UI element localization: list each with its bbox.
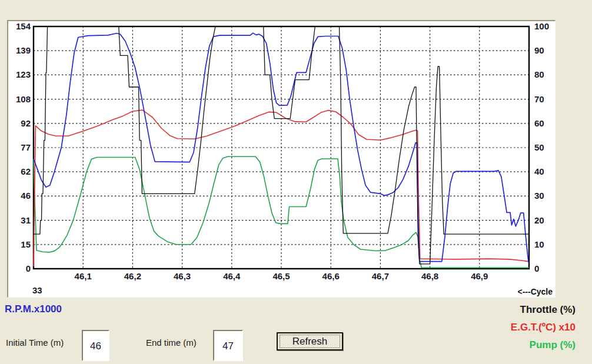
axis-tick-label: 46,7 bbox=[362, 271, 398, 282]
axis-tick-label: 46,1 bbox=[65, 271, 101, 282]
axis-tick-label: 154 bbox=[0, 21, 31, 32]
axis-tick-label: 46,8 bbox=[413, 271, 448, 282]
axis-tick-label: 90 bbox=[534, 45, 559, 56]
axis-tick-label: 31 bbox=[0, 215, 31, 226]
end-time-input[interactable] bbox=[213, 330, 243, 361]
axis-tick-label: 50 bbox=[534, 142, 559, 153]
axis-tick-label: 20 bbox=[534, 215, 559, 226]
axis-tick-label: 10 bbox=[534, 239, 559, 250]
axis-tick-label: 77 bbox=[0, 142, 31, 153]
axis-tick-label: 46,4 bbox=[214, 271, 250, 282]
start-cycle-label: 33 bbox=[32, 285, 42, 295]
axis-tick-label: 46,9 bbox=[462, 271, 497, 282]
axis-tick-label: 100 bbox=[534, 21, 559, 32]
axis-tick-label: 0 bbox=[0, 263, 31, 274]
axis-tick-label: 80 bbox=[534, 69, 559, 80]
axis-tick-label: 70 bbox=[534, 94, 559, 105]
initial-time-label: Initial Time (m) bbox=[6, 338, 64, 348]
axis-tick-label: 15 bbox=[0, 239, 31, 250]
axis-tick-label: 108 bbox=[0, 94, 31, 105]
axis-tick-label: 46,6 bbox=[313, 271, 348, 282]
initial-time-input[interactable] bbox=[82, 330, 109, 361]
axis-tick-label: 123 bbox=[0, 69, 31, 80]
axis-tick-label: 40 bbox=[534, 166, 559, 177]
axis-tick-label: 30 bbox=[534, 191, 559, 201]
axis-tick-label: 46,2 bbox=[115, 271, 150, 282]
legend-rpm: R.P.M.x1000 bbox=[5, 303, 62, 315]
axis-tick-label: 0 bbox=[534, 263, 559, 274]
legend-pump: Pump (%) bbox=[530, 339, 576, 351]
axis-tick-label: 46 bbox=[0, 191, 31, 201]
cycle-axis-label: <---Cycle bbox=[517, 287, 553, 296]
chart-panel bbox=[7, 20, 556, 298]
app-window: 0153146627792108123139154010203040506070… bbox=[0, 0, 592, 364]
refresh-button-label: Refresh bbox=[292, 336, 328, 348]
axis-tick-label: 46,5 bbox=[264, 271, 299, 282]
axis-tick-label: 92 bbox=[0, 118, 31, 129]
axis-tick-label: 46,3 bbox=[165, 271, 200, 282]
legend-egt: E.G.T.(ºC) x10 bbox=[511, 322, 576, 333]
axis-tick-label: 62 bbox=[0, 166, 31, 177]
legend-throttle: Throttle (%) bbox=[520, 304, 576, 316]
refresh-button[interactable]: Refresh bbox=[277, 332, 343, 350]
axis-tick-label: 139 bbox=[0, 45, 31, 56]
end-time-label: End time (m) bbox=[146, 338, 197, 348]
refresh-button-focus-rect: Refresh bbox=[280, 335, 340, 348]
axis-tick-label: 60 bbox=[534, 118, 559, 129]
